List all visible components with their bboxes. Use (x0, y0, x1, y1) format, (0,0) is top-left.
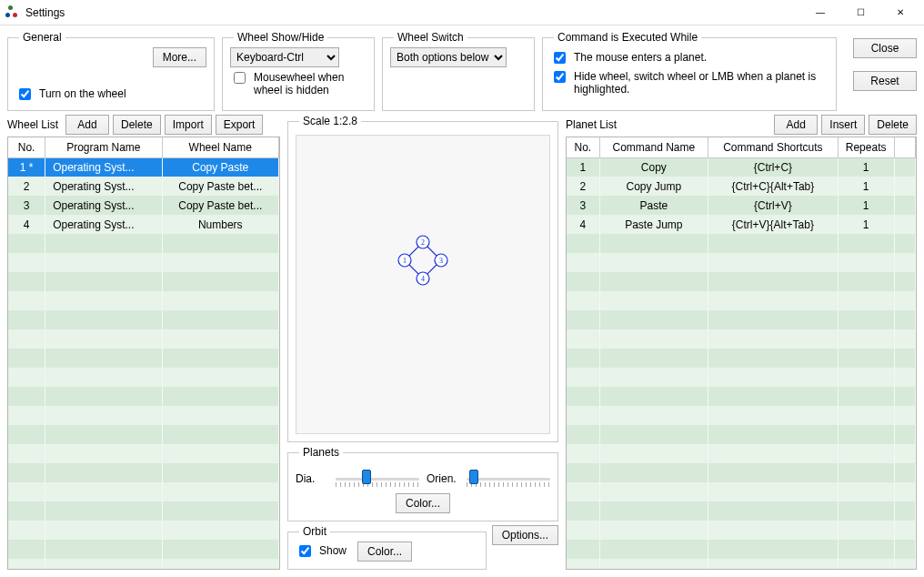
wheel-list-label: Wheel List (7, 118, 58, 131)
exec-opt2-input[interactable] (554, 71, 566, 83)
table-row[interactable]: 3Operating Syst...Copy Paste bet... (8, 196, 279, 215)
window-minimize-button[interactable]: — (800, 0, 840, 25)
planet-col-spare[interactable] (894, 137, 915, 157)
wheel-preview-canvas[interactable]: 2 3 4 1 (296, 135, 550, 434)
table-row (8, 234, 279, 253)
planet-col-rep[interactable]: Repeats (838, 137, 894, 157)
turn-on-wheel-label: Turn on the wheel (39, 87, 126, 100)
table-row (8, 291, 279, 310)
planets-legend: Planets (299, 446, 343, 459)
table-row (8, 425, 279, 444)
planets-group: Planets Dia. Orien. Color... (287, 446, 558, 521)
table-row (8, 559, 279, 570)
table-row (567, 253, 916, 272)
table-row[interactable]: 4Paste Jump{Ctrl+V}{Alt+Tab}1 (567, 215, 916, 234)
wheel-add-button[interactable]: Add (65, 115, 109, 135)
wheel-switch-group: Wheel Switch Both options below (382, 31, 535, 111)
table-row (8, 406, 279, 425)
table-row[interactable]: 1 *Operating Syst...Copy Paste (8, 157, 279, 177)
wheel-export-button[interactable]: Export (216, 115, 264, 135)
table-row (567, 234, 916, 253)
table-row (8, 540, 279, 559)
table-row (8, 368, 279, 387)
table-row (567, 368, 916, 387)
exec-opt2-checkbox[interactable]: Hide wheel, switch wheel or LMB when a p… (550, 70, 829, 96)
wheel-show-hide-group: Wheel Show/Hide Keyboard-Ctrl Mousewheel… (222, 31, 375, 111)
planet-add-button[interactable]: Add (774, 115, 818, 135)
wheel-delete-button[interactable]: Delete (113, 115, 161, 135)
planet-insert-button[interactable]: Insert (821, 115, 865, 135)
table-row[interactable]: 2Copy Jump{Ctrl+C}{Alt+Tab}1 (567, 177, 916, 196)
table-row (567, 406, 916, 425)
table-row (8, 521, 279, 540)
orbit-show-input[interactable] (299, 545, 311, 557)
table-row (567, 482, 916, 501)
window-close-button[interactable]: ✕ (880, 0, 920, 25)
app-icon (5, 5, 20, 20)
table-row (567, 349, 916, 368)
table-row (8, 463, 279, 482)
turn-on-wheel-checkbox[interactable]: Turn on the wheel (15, 87, 206, 103)
exec-opt2-label: Hide wheel, switch wheel or LMB when a p… (574, 70, 829, 96)
table-row[interactable]: 4Operating Syst...Numbers (8, 215, 279, 234)
wheel-import-button[interactable]: Import (165, 115, 212, 135)
table-row (8, 272, 279, 291)
svg-text:3: 3 (439, 257, 443, 265)
orbit-group: Orbit Show Color... (287, 525, 487, 570)
wheel-col-wheel[interactable]: Wheel Name (162, 137, 278, 157)
table-row (567, 272, 916, 291)
close-button[interactable]: Close (853, 38, 917, 58)
window-title: Settings (25, 6, 800, 19)
planet-delete-button[interactable]: Delete (869, 115, 917, 135)
table-row (8, 482, 279, 501)
mousewheel-hidden-checkbox[interactable]: Mousewheel when wheel is hidden (230, 71, 367, 96)
titlebar: Settings — ☐ ✕ (0, 0, 924, 25)
wheel-show-hide-legend: Wheel Show/Hide (234, 31, 327, 44)
table-row (8, 329, 279, 349)
table-row (8, 444, 279, 463)
table-row (567, 521, 916, 540)
table-row (567, 444, 916, 463)
exec-opt1-input[interactable] (554, 52, 566, 64)
orbit-legend: Orbit (299, 525, 330, 538)
diameter-slider[interactable] (336, 470, 419, 488)
table-row (567, 540, 916, 559)
planet-col-short[interactable]: Command Shortcuts (708, 137, 839, 157)
orbit-color-button[interactable]: Color... (357, 542, 412, 562)
show-hide-combo[interactable]: Keyboard-Ctrl (230, 47, 339, 67)
planet-col-cmd[interactable]: Command Name (599, 137, 708, 157)
orbit-show-checkbox[interactable]: Show (296, 544, 346, 560)
planets-color-button[interactable]: Color... (396, 493, 450, 513)
planet-list-table[interactable]: No. Command Name Command Shortcuts Repea… (566, 137, 917, 570)
table-row (567, 329, 916, 349)
table-row[interactable]: 1Copy{Ctrl+C}1 (567, 157, 916, 177)
table-row (8, 310, 279, 329)
reset-button[interactable]: Reset (853, 71, 917, 91)
turn-on-wheel-input[interactable] (19, 88, 31, 100)
wheel-switch-combo[interactable]: Both options below (390, 47, 507, 67)
exec-opt1-checkbox[interactable]: The mouse enters a planet. (550, 51, 829, 66)
more-button[interactable]: More... (153, 47, 206, 67)
table-row[interactable]: 3Paste{Ctrl+V}1 (567, 196, 916, 215)
planet-list-label: Planet List (566, 118, 617, 131)
diameter-label: Dia. (296, 472, 328, 485)
options-button[interactable]: Options... (492, 525, 558, 545)
general-group: General More... Turn on the wheel (7, 31, 215, 111)
orientation-slider[interactable] (467, 470, 550, 488)
wheel-switch-legend: Wheel Switch (394, 31, 467, 44)
wheel-list-panel: Wheel List Add Delete Import Export No. … (7, 115, 280, 570)
exec-opt1-label: The mouse enters a planet. (574, 51, 707, 64)
wheel-col-no[interactable]: No. (8, 137, 45, 157)
general-legend: General (19, 31, 65, 44)
svg-text:4: 4 (421, 275, 425, 283)
wheel-list-table[interactable]: No. Program Name Wheel Name 1 *Operating… (7, 137, 280, 570)
orientation-label: Orien. (427, 472, 459, 485)
mousewheel-hidden-input[interactable] (234, 72, 246, 84)
planet-list-panel: Planet List Add Insert Delete No. Comman… (566, 115, 917, 570)
table-row[interactable]: 2Operating Syst...Copy Paste bet... (8, 177, 279, 196)
wheel-col-program[interactable]: Program Name (45, 137, 162, 157)
planet-col-no[interactable]: No. (567, 137, 599, 157)
window-maximize-button[interactable]: ☐ (840, 0, 880, 25)
command-executed-group: Command is Executed While The mouse ente… (542, 31, 837, 111)
scale-legend: Scale 1:2.8 (299, 115, 361, 127)
